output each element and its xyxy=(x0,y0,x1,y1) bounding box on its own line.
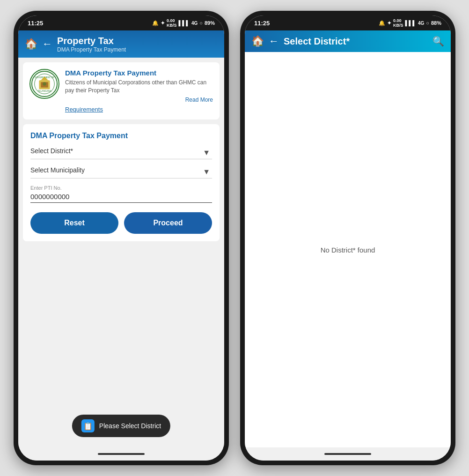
app-header-1: 🏠 ← Property Tax DMA Property Tax Paymen… xyxy=(18,30,224,58)
page-title-1: Property Tax xyxy=(57,35,218,46)
no-result-message: No District* found xyxy=(245,52,451,447)
back-icon-1[interactable]: ← xyxy=(42,38,52,50)
form-card: DMA Property Tax Payment Select District… xyxy=(23,124,220,241)
bottom-bar-1 xyxy=(18,447,224,461)
read-more-link[interactable]: Read More xyxy=(65,97,213,103)
info-title: DMA Property Tax Payment xyxy=(65,69,213,77)
battery-pct-2: 88% xyxy=(431,20,441,26)
municipality-select-wrapper[interactable]: Select Municipality ▼ xyxy=(30,166,212,178)
no-result-text: No District* found xyxy=(321,246,375,254)
home-icon-1[interactable]: 🏠 xyxy=(25,38,37,50)
svg-text:TELANGANA: TELANGANA xyxy=(37,90,51,92)
phone-1-screen: 11:25 🔔 ✦ 0.00KB/S ▌▌▌ 4G ○ 89% 🏠 ← Prop… xyxy=(18,15,224,461)
bluetooth-icon: ✦ xyxy=(161,20,165,26)
bell-icon: 🔔 xyxy=(152,20,159,26)
battery-icon-2: ○ xyxy=(426,20,429,26)
status-bar-2: 11:25 🔔 ✦ 0.00KB/S ▌▌▌ 4G ○ 88% xyxy=(245,15,451,30)
data-speed: 0.00KB/S xyxy=(167,18,177,28)
signal-type-1: 4G xyxy=(191,21,198,26)
content-area-1: GOVERNMENT OF TELANGANA DMA Property Tax… xyxy=(18,58,224,447)
signal-type-2: 4G xyxy=(418,21,424,26)
signal-bars-2: ▌▌▌ xyxy=(405,20,416,26)
home-indicator-1 xyxy=(98,453,145,455)
info-desc: Citizens of Municipal Corporations other… xyxy=(65,79,213,95)
header-title-block-1: Property Tax DMA Property Tax Payment xyxy=(57,35,218,53)
pti-input[interactable] xyxy=(30,193,212,203)
battery-pct-1: 89% xyxy=(205,20,215,26)
battery-icon: ○ xyxy=(199,20,203,26)
status-icons-1: 🔔 ✦ 0.00KB/S ▌▌▌ 4G ○ 89% xyxy=(152,18,215,28)
bottom-bar-2 xyxy=(245,447,451,461)
toast-message: Please Select District xyxy=(99,422,161,430)
govt-seal: GOVERNMENT OF TELANGANA xyxy=(29,69,59,99)
back-icon-2[interactable]: ← xyxy=(269,35,279,47)
seal-svg: GOVERNMENT OF TELANGANA xyxy=(31,70,58,97)
district-select-wrapper[interactable]: Select District* ▼ xyxy=(30,147,212,159)
pti-input-group: Enter PTI No. xyxy=(30,185,212,203)
search-icon[interactable]: 🔍 xyxy=(432,36,444,47)
signal-bars: ▌▌▌ xyxy=(179,20,190,26)
municipality-select[interactable]: Select Municipality xyxy=(30,166,212,174)
time-2: 11:25 xyxy=(254,20,270,27)
page-subtitle-1: DMA Property Tax Payment xyxy=(57,46,218,53)
header-title-block-2: Select District* xyxy=(284,36,428,47)
info-text: DMA Property Tax Payment Citizens of Mun… xyxy=(65,69,213,113)
form-title: DMA Property Tax Payment xyxy=(30,132,212,140)
toast-icon: 📋 xyxy=(81,419,95,432)
phone-2-screen: 11:25 🔔 ✦ 0.00KB/S ▌▌▌ 4G ○ 88% 🏠 ← Sele… xyxy=(245,15,451,461)
requirements-link[interactable]: Requirements xyxy=(65,106,213,113)
home-indicator-2 xyxy=(324,453,371,455)
app-header-2: 🏠 ← Select District* 🔍 xyxy=(245,30,451,52)
button-row: Reset Proceed xyxy=(30,212,212,234)
status-icons-2: 🔔 ✦ 0.00KB/S ▌▌▌ 4G ○ 88% xyxy=(379,18,441,28)
pti-label: Enter PTI No. xyxy=(30,185,212,191)
svg-point-7 xyxy=(43,82,46,86)
phone-2: 11:25 🔔 ✦ 0.00KB/S ▌▌▌ 4G ○ 88% 🏠 ← Sele… xyxy=(240,11,455,465)
reset-button[interactable]: Reset xyxy=(30,212,118,234)
info-card: GOVERNMENT OF TELANGANA DMA Property Tax… xyxy=(23,62,220,119)
phone-1: 11:25 🔔 ✦ 0.00KB/S ▌▌▌ 4G ○ 89% 🏠 ← Prop… xyxy=(14,11,229,465)
district-select[interactable]: Select District* xyxy=(30,147,212,155)
bluetooth-icon-2: ✦ xyxy=(387,20,391,26)
page-title-2: Select District* xyxy=(284,36,428,47)
proceed-button[interactable]: Proceed xyxy=(124,212,212,234)
toast-notification: 📋 Please Select District xyxy=(72,415,170,437)
home-icon-2[interactable]: 🏠 xyxy=(251,35,264,47)
status-bar-1: 11:25 🔔 ✦ 0.00KB/S ▌▌▌ 4G ○ 89% xyxy=(18,15,224,30)
data-speed-2: 0.00KB/S xyxy=(393,18,403,28)
time-1: 11:25 xyxy=(28,20,43,27)
bell-icon-2: 🔔 xyxy=(379,20,385,26)
